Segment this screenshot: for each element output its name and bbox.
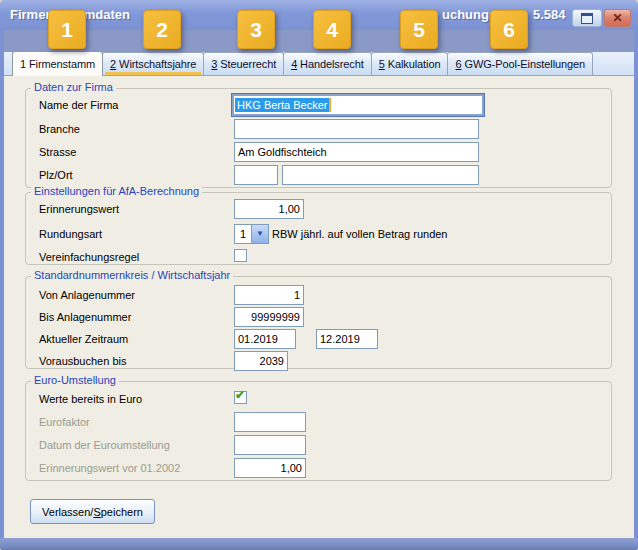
overlay-marker-1: 1 xyxy=(48,10,86,49)
overlay-marker-3: 3 xyxy=(237,10,275,49)
group-standardnummernkreis-caption: Standardnummernkreis / Wirtschaftsjahr xyxy=(31,269,233,281)
save-button-text-rest: peichern xyxy=(101,506,143,518)
save-button-text: Verlassen/ xyxy=(42,506,93,518)
text-caret xyxy=(329,98,331,112)
rundungsart-value: 1 xyxy=(234,224,252,244)
vereinfachungsregel-label: Vereinfachungsregel xyxy=(39,247,139,267)
vorausbuchen-bis-label: Vorausbuchen bis xyxy=(39,351,126,371)
erinnerungswert-label: Erinnerungswert xyxy=(39,199,119,219)
overlay-marker-2: 2 xyxy=(143,10,181,49)
tab-handelsrecht-label: Handelsrecht xyxy=(297,58,364,70)
tab-gwg-pool-einstellungen[interactable]: 6 GWG-Pool-Einstellungen xyxy=(447,52,593,75)
von-anlagenummer-input[interactable] xyxy=(234,285,304,305)
werte-bereits-in-euro-checkbox[interactable]: ✔ xyxy=(234,391,247,404)
verlassen-speichern-button[interactable]: Verlassen/Speichern xyxy=(30,499,155,524)
strasse-label: Strasse xyxy=(39,142,76,162)
save-button-accel: S xyxy=(93,506,100,518)
name-der-firma-selected-text: HKG Berta Becker xyxy=(235,98,329,112)
window-title-right-fragment: uchungs xyxy=(442,7,496,22)
datum-euroumstellung-input[interactable] xyxy=(234,435,306,455)
tab-hover-highlight xyxy=(105,72,201,75)
restore-icon xyxy=(581,13,593,24)
tab-wirtschaftsjahre[interactable]: 2 Wirtschaftsjahre xyxy=(102,52,204,75)
von-anlagenummer-label: Von Anlagenummer xyxy=(39,285,135,305)
tab-bar: 1 Firmenstamm 2 Wirtschaftsjahre 3 Steue… xyxy=(4,52,634,76)
app-version: 5.584 xyxy=(533,7,566,22)
group-daten-zur-firma: Daten zur Firma Name der Firma HKG Berta… xyxy=(25,88,612,188)
eurofaktor-input[interactable] xyxy=(234,412,306,432)
check-icon: ✔ xyxy=(235,389,245,401)
bis-anlagenummer-label: Bis Anlagenummer xyxy=(39,307,131,327)
erinnerungswert-input[interactable] xyxy=(234,199,304,219)
window-bottom-border xyxy=(0,538,638,550)
chevron-down-icon: ▼ xyxy=(256,230,264,238)
tab-wirtschaftsjahre-label: Wirtschaftsjahre xyxy=(116,58,196,70)
plz-input[interactable] xyxy=(234,165,278,185)
restore-button[interactable] xyxy=(572,9,602,27)
close-button[interactable]: ✕ xyxy=(604,9,631,27)
close-icon: ✕ xyxy=(612,12,622,24)
overlay-marker-4: 4 xyxy=(313,10,351,49)
overlay-marker-5: 5 xyxy=(400,10,438,49)
rundungsart-combobox[interactable]: 1 ▼ xyxy=(234,224,269,244)
bis-anlagenummer-input[interactable] xyxy=(234,307,304,327)
group-afa-caption: Einstellungen für AfA-Berechnung xyxy=(31,185,202,197)
tab-handelsrecht[interactable]: 4 Handelsrecht xyxy=(283,52,372,75)
rundungsart-dropdown-button[interactable]: ▼ xyxy=(252,224,269,244)
werte-bereits-in-euro-label: Werte bereits in Euro xyxy=(39,389,142,409)
tab-steuerrecht[interactable]: 3 Steuerrecht xyxy=(203,52,284,75)
zeitraum-bis-input[interactable] xyxy=(316,329,378,349)
group-afa-berechnung: Einstellungen für AfA-Berechnung Erinner… xyxy=(25,192,612,265)
group-standardnummernkreis: Standardnummernkreis / Wirtschaftsjahr V… xyxy=(25,276,612,369)
rundungsart-label: Rundungsart xyxy=(39,224,102,244)
eurofaktor-label: Eurofaktor xyxy=(39,412,90,432)
tab-steuerrecht-label: Steuerrecht xyxy=(217,58,276,70)
branche-label: Branche xyxy=(39,119,80,139)
tab-firmenstamm-label: 1 Firmenstamm xyxy=(20,58,95,70)
aktueller-zeitraum-label: Aktueller Zeitraum xyxy=(39,329,128,349)
zeitraum-von-input[interactable] xyxy=(234,329,296,349)
branche-input[interactable] xyxy=(234,119,479,139)
group-euro-caption: Euro-Umstellung xyxy=(31,374,119,386)
overlay-marker-6: 6 xyxy=(490,10,528,49)
erinnerungswert-vor-2002-label: Erinnerungswert vor 01.2002 xyxy=(39,458,180,478)
group-euro-umstellung: Euro-Umstellung Werte bereits in Euro ✔ … xyxy=(25,381,612,481)
tab-kalkulation[interactable]: 5 Kalkulation xyxy=(371,52,449,75)
ort-input[interactable] xyxy=(282,165,479,185)
strasse-input[interactable] xyxy=(234,142,479,162)
vereinfachungsregel-checkbox[interactable] xyxy=(234,249,247,262)
name-der-firma-input[interactable]: HKG Berta Becker xyxy=(232,94,484,116)
plz-ort-label: Plz/Ort xyxy=(39,165,73,185)
firmenstammdaten-window: Firmenstammdaten uchungs 5.584 ✕ 1 Firme… xyxy=(0,0,638,550)
rundungsart-description: RBW jährl. auf vollen Betrag runden xyxy=(272,224,447,244)
erinnerungswert-vor-2002-input[interactable] xyxy=(234,458,306,478)
vorausbuchen-bis-input[interactable] xyxy=(234,351,288,371)
name-der-firma-label: Name der Firma xyxy=(39,95,118,115)
tab-firmenstamm[interactable]: 1 Firmenstamm xyxy=(12,51,103,76)
group-daten-zur-firma-caption: Daten zur Firma xyxy=(31,81,116,93)
tab-kalkulation-label: Kalkulation xyxy=(385,58,441,70)
tab-gwg-label: GWG-Pool-Einstellungen xyxy=(461,58,585,70)
datum-euroumstellung-label: Datum der Euroumstellung xyxy=(39,435,170,455)
